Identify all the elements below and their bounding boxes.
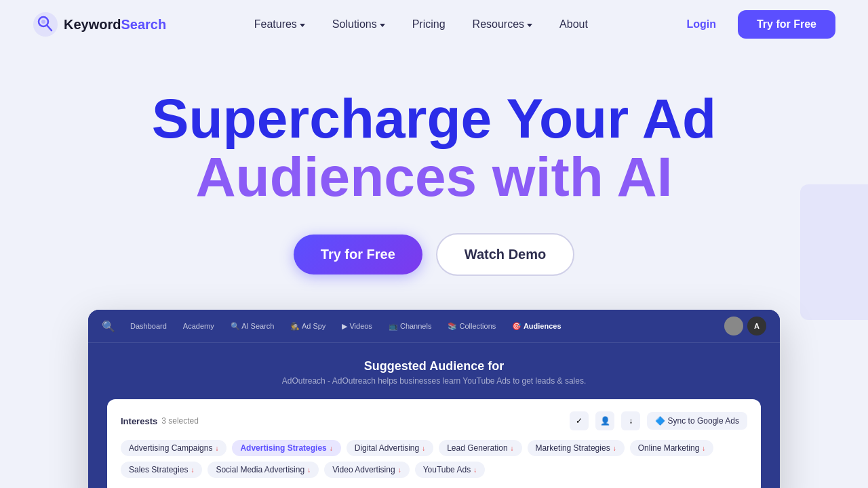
hero-buttons: Try for Free Watch Demo <box>294 233 574 276</box>
hero-title: Supercharge Your Ad Audiences with AI <box>152 89 716 206</box>
svg-point-0 <box>33 12 58 37</box>
nav-links: Features Solutions Pricing Resources Abo… <box>243 13 599 36</box>
dashboard-subtitle: AdOutreach - AdOutreach helps businesses… <box>107 376 761 386</box>
logo-keyword: Keyword <box>64 17 121 32</box>
trend-icon: ↓ <box>613 445 616 452</box>
logo-search: Search <box>121 17 166 32</box>
hero-section: Supercharge Your Ad Audiences with AI Tr… <box>0 49 868 488</box>
tag-digital-advertising[interactable]: Digital Advertising ↓ <box>347 440 433 456</box>
nav-actions: Login Try for Free <box>675 10 835 39</box>
tags-row-1: Advertising Campaigns ↓ Advertising Stra… <box>121 440 747 456</box>
login-button[interactable]: Login <box>675 13 727 36</box>
tag-advertising-strategies[interactable]: Advertising Strategies ↓ <box>232 440 340 456</box>
trend-icon: ↓ <box>191 466 194 474</box>
tag-video-advertising[interactable]: Video Advertising ↓ <box>324 462 410 478</box>
interests-label: Interests 3 selected <box>121 416 199 426</box>
tags-row-2: Sales Strategies ↓ Social Media Advertis… <box>121 462 747 478</box>
nav-solutions[interactable]: Solutions <box>321 13 396 36</box>
sync-google-ads-button[interactable]: 🔷 Sync to Google Ads <box>647 412 747 430</box>
tag-sales-strategies[interactable]: Sales Strategies ↓ <box>121 462 202 478</box>
tag-online-marketing[interactable]: Online Marketing ↓ <box>630 440 714 456</box>
dash-nav-academy[interactable]: Academy <box>176 319 221 333</box>
try-for-free-nav-button[interactable]: Try for Free <box>738 10 835 39</box>
search-icon: 🔍 <box>102 320 115 333</box>
dash-nav-ad-spy[interactable]: 🕵️ Ad Spy <box>283 319 332 333</box>
avatar-user <box>724 317 743 336</box>
trend-icon: ↓ <box>473 466 477 474</box>
trend-icon: ↓ <box>330 445 333 452</box>
interests-count: 3 selected <box>161 416 199 426</box>
trend-icon: ↓ <box>422 445 425 452</box>
dash-nav-dashboard[interactable]: Dashboard <box>123 319 174 333</box>
trend-icon: ↓ <box>702 445 705 452</box>
tag-advertising-campaigns[interactable]: Advertising Campaigns ↓ <box>121 440 226 456</box>
trend-icon: ↓ <box>215 445 218 452</box>
audiences-card: Interests 3 selected ✓ 👤 ↓ 🔷 Sync to Goo… <box>107 399 761 488</box>
nav-about[interactable]: About <box>549 13 599 36</box>
tag-social-media-advertising[interactable]: Social Media Advertising ↓ <box>208 462 319 478</box>
tag-marketing-strategies[interactable]: Marketing Strategies ↓ <box>528 440 625 456</box>
svg-point-3 <box>41 20 45 24</box>
profile-icon[interactable]: 👤 <box>595 411 614 430</box>
trend-icon: ↓ <box>307 466 311 474</box>
trend-icon: ↓ <box>511 445 514 452</box>
logo[interactable]: KeywordSearch <box>33 12 166 37</box>
download-icon[interactable]: ↓ <box>621 411 640 430</box>
watch-demo-button[interactable]: Watch Demo <box>436 233 574 276</box>
try-for-free-hero-button[interactable]: Try for Free <box>294 235 422 274</box>
avatar-admin: A <box>747 317 766 336</box>
chevron-down-icon <box>300 24 305 27</box>
dashboard-preview: 🔍 Dashboard Academy 🔍 AI Search 🕵️ Ad Sp… <box>88 310 780 488</box>
dash-nav-collections[interactable]: 📚 Collections <box>441 319 502 333</box>
card-actions: ✓ 👤 ↓ 🔷 Sync to Google Ads <box>570 411 747 430</box>
check-icon[interactable]: ✓ <box>570 411 589 430</box>
nav-avatars: A <box>724 317 766 336</box>
dash-nav-audiences[interactable]: 🎯 Audiences <box>505 319 568 333</box>
corner-decoration <box>800 184 868 320</box>
dash-nav-ai-search[interactable]: 🔍 AI Search <box>224 319 281 333</box>
dashboard-title: Suggested Audience for <box>107 359 761 373</box>
trend-icon: ↓ <box>398 466 401 474</box>
navbar: KeywordSearch Features Solutions Pricing… <box>0 0 868 49</box>
dash-nav-videos[interactable]: ▶ Videos <box>335 319 379 333</box>
chevron-down-icon <box>527 24 532 27</box>
tag-youtube-ads[interactable]: YouTube Ads ↓ <box>415 462 486 478</box>
nav-features[interactable]: Features <box>243 13 316 36</box>
dash-nav-channels[interactable]: 📺 Channels <box>382 319 439 333</box>
dashboard-body: Suggested Audience for AdOutreach - AdOu… <box>88 343 780 488</box>
chevron-down-icon <box>380 24 385 27</box>
nav-pricing[interactable]: Pricing <box>401 13 456 36</box>
nav-resources[interactable]: Resources <box>462 13 543 36</box>
card-header: Interests 3 selected ✓ 👤 ↓ 🔷 Sync to Goo… <box>121 411 747 430</box>
dashboard-nav: 🔍 Dashboard Academy 🔍 AI Search 🕵️ Ad Sp… <box>88 310 780 343</box>
tag-lead-generation[interactable]: Lead Generation ↓ <box>439 440 521 456</box>
